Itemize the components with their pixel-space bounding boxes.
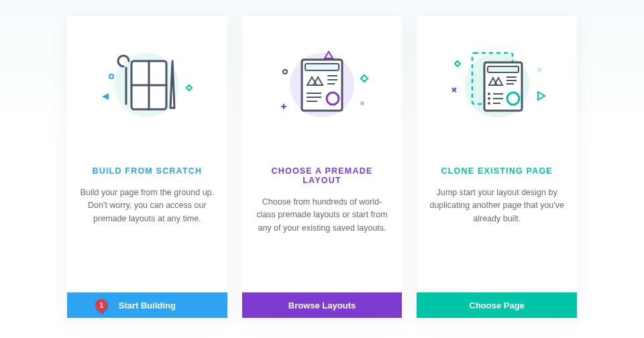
layout-options-cards: BUILD FROM SCRATCH Build your page from … [67, 16, 577, 318]
card-build-from-scratch: BUILD FROM SCRATCH Build your page from … [67, 16, 227, 318]
svg-point-42 [488, 102, 490, 105]
button-label: Start Building [119, 300, 176, 311]
step-marker-icon: 1 [93, 299, 110, 311]
choose-page-button[interactable]: Choose Page [417, 292, 577, 318]
svg-point-25 [360, 101, 364, 105]
svg-point-38 [488, 93, 490, 95]
button-label: Browse Layouts [288, 300, 356, 311]
clone-illustration [417, 16, 577, 150]
card-title: CHOOSE A PREMADE LAYOUT [242, 150, 402, 190]
card-description: Build your page from the ground up. Don'… [67, 181, 227, 239]
svg-point-10 [283, 70, 287, 74]
card-description: Jump start your layout design by duplica… [417, 181, 577, 239]
svg-marker-2 [102, 93, 109, 100]
browse-layouts-button[interactable]: Browse Layouts [242, 292, 402, 318]
premade-illustration [242, 16, 402, 150]
svg-rect-31 [488, 66, 519, 72]
card-title: CLONE EXISTING PAGE [417, 150, 577, 181]
svg-point-1 [109, 74, 113, 78]
card-choose-premade-layout: CHOOSE A PREMADE LAYOUT Choose from hund… [242, 16, 402, 318]
step-marker-number: 1 [99, 302, 103, 309]
button-label: Choose Page [470, 300, 525, 311]
scratch-illustration [67, 16, 227, 150]
start-building-button[interactable]: 1 Start Building [67, 292, 227, 318]
card-title: BUILD FROM SCRATCH [67, 150, 227, 181]
card-clone-existing-page: CLONE EXISTING PAGE Jump start your layo… [417, 16, 577, 318]
svg-marker-47 [538, 92, 545, 100]
svg-point-40 [488, 97, 490, 100]
card-description: Choose from hundreds of world-class prem… [242, 190, 402, 248]
svg-rect-14 [305, 64, 339, 70]
